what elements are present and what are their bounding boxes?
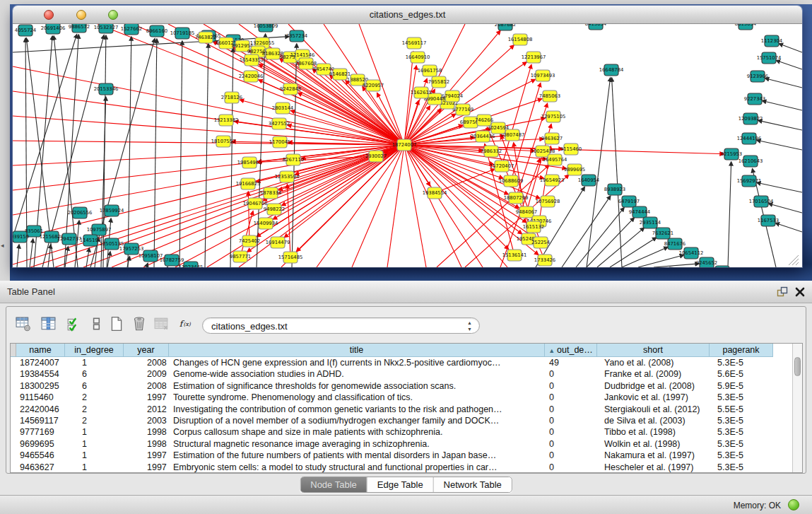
table-cell[interactable]: 2 — [65, 404, 124, 415]
graph-node[interactable] — [748, 93, 762, 105]
table-cell[interactable]: 9115460 — [16, 392, 65, 403]
vertical-scrollbar[interactable] — [792, 344, 802, 472]
table-cell[interactable]: Jankovic et al. (1997) — [597, 392, 710, 403]
row-height-button[interactable] — [87, 315, 107, 334]
graph-node[interactable] — [276, 103, 290, 114]
graph-node[interactable] — [99, 24, 113, 33]
delete-table-button[interactable] — [129, 315, 149, 334]
graph-node[interactable] — [219, 37, 233, 49]
graph-node[interactable] — [536, 70, 550, 81]
graph-node[interactable] — [445, 90, 459, 102]
graph-node[interactable] — [272, 118, 286, 129]
graph-node[interactable] — [567, 164, 582, 175]
tab-edge-table[interactable]: Edge Table — [367, 477, 434, 492]
graph-node[interactable] — [484, 146, 498, 157]
graph-node[interactable] — [513, 34, 527, 45]
graph-node[interactable] — [241, 178, 255, 189]
column-header-name[interactable]: name — [16, 344, 65, 357]
graph-node[interactable] — [754, 196, 768, 207]
graph-node[interactable] — [742, 133, 756, 144]
table-cell[interactable]: Genome-wide association studies in ADHD. — [169, 368, 545, 380]
select-rows-button[interactable] — [64, 315, 84, 334]
table-cell[interactable]: 1 — [65, 426, 124, 438]
table-cell[interactable]: 0 — [545, 380, 597, 392]
graph-node[interactable] — [548, 154, 562, 165]
graph-node[interactable] — [264, 187, 278, 199]
table-cell[interactable]: 0 — [545, 392, 597, 403]
graph-node[interactable] — [280, 171, 294, 182]
table-cell[interactable]: 5.3E-5 — [710, 438, 773, 450]
table-cell[interactable]: 5.3E-5 — [710, 462, 773, 473]
graph-node[interactable] — [369, 151, 383, 162]
graph-node[interactable] — [464, 117, 478, 128]
graph-node[interactable] — [491, 122, 505, 134]
table-cell[interactable]: 5.3E-5 — [710, 392, 773, 403]
graph-node[interactable] — [428, 187, 442, 199]
column-header-year[interactable]: year — [124, 344, 169, 357]
graph-node[interactable] — [259, 218, 273, 229]
graph-node[interactable] — [83, 235, 98, 246]
table-cell[interactable]: 0 — [545, 404, 597, 415]
table-cell[interactable]: Structural magnetic resonance image aver… — [169, 438, 545, 450]
graph-node[interactable] — [317, 64, 331, 75]
graph-node[interactable] — [13, 231, 27, 243]
graph-node[interactable] — [414, 87, 428, 98]
graph-node[interactable] — [266, 48, 280, 59]
table-cell[interactable]: 1 — [65, 357, 124, 368]
graph-node[interactable] — [564, 144, 578, 155]
table-cell[interactable]: 2008 — [124, 357, 169, 368]
table-options-button[interactable] — [13, 315, 33, 334]
graph-node[interactable] — [267, 204, 281, 215]
table-row[interactable]: 1938455462009Genome-wide association stu… — [11, 368, 773, 380]
graph-node[interactable] — [742, 175, 756, 187]
graph-node[interactable] — [45, 231, 59, 243]
table-cell[interactable]: Yano et al. (2008) — [597, 357, 710, 368]
column-header-out_de[interactable]: ▲out_de… — [545, 344, 597, 357]
table-cell[interactable]: 6 — [65, 380, 124, 392]
network-graph[interactable]: 4055724206914069886572105323271527662896… — [13, 24, 802, 267]
table-cell[interactable]: 1 — [65, 450, 124, 461]
graph-node[interactable] — [199, 32, 213, 43]
graph-node[interactable] — [423, 65, 437, 76]
graph-node[interactable] — [407, 37, 421, 49]
table-cell[interactable]: Estimation of significance thresholds fo… — [169, 380, 545, 392]
graph-node[interactable] — [432, 76, 446, 88]
table-row[interactable]: 977716911998Corpus callosum shape and si… — [11, 426, 773, 438]
graph-node[interactable] — [225, 92, 239, 103]
graph-node[interactable] — [526, 221, 541, 233]
table-row[interactable]: 1830029562008Estimation of significance … — [11, 380, 773, 392]
graph-node[interactable] — [248, 198, 262, 209]
table-cell[interactable]: 5.3E-5 — [710, 357, 773, 368]
table-cell[interactable]: 2003 — [124, 415, 169, 426]
graph-node[interactable] — [582, 175, 596, 186]
table-cell[interactable]: Investigating the contribution of common… — [169, 404, 545, 415]
graph-node[interactable] — [526, 52, 541, 63]
graph-node[interactable] — [27, 226, 41, 237]
graph-node[interactable] — [541, 196, 555, 207]
graph-node[interactable] — [504, 175, 518, 187]
graph-node[interactable] — [72, 24, 86, 33]
table-row[interactable]: 946554611997Estimation of the future num… — [11, 450, 773, 461]
table-cell[interactable]: 1 — [65, 438, 124, 450]
graph-node[interactable] — [242, 235, 257, 247]
graph-node[interactable] — [233, 251, 247, 262]
graph-node[interactable] — [765, 35, 779, 47]
table-cell[interactable]: 1998 — [124, 438, 169, 450]
table-cell[interactable]: Hescheler et al. (1997) — [597, 462, 710, 473]
graph-node[interactable] — [643, 217, 657, 228]
table-cell[interactable]: de Silva et al. (2003) — [597, 415, 710, 426]
table-cell[interactable]: 0 — [545, 368, 597, 380]
graph-node[interactable] — [46, 24, 60, 34]
scrollbar-thumb[interactable] — [794, 357, 801, 376]
close-panel-button[interactable] — [795, 287, 805, 297]
graph-node[interactable] — [283, 252, 298, 263]
table-cell[interactable]: Embryonic stem cells: a model to study s… — [169, 462, 545, 473]
show-columns-button[interactable] — [39, 315, 59, 334]
window-titlebar[interactable]: citations_edges.txt — [13, 6, 802, 24]
table-cell[interactable]: 5.3E-5 — [710, 415, 773, 426]
graph-node[interactable] — [762, 52, 776, 64]
memory-status-indicator[interactable] — [788, 499, 799, 510]
table-cell[interactable]: 0 — [545, 438, 597, 450]
table-cell[interactable]: 1997 — [124, 450, 169, 461]
table-cell[interactable]: 2 — [65, 415, 124, 426]
